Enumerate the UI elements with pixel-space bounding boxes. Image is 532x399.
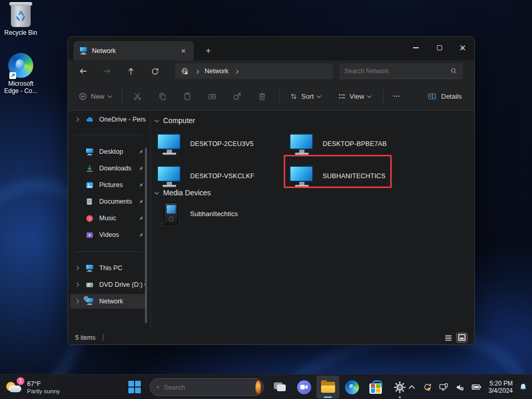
sidebar-item-videos[interactable]: Videos [70,228,146,242]
desktop-icon-recycle-bin[interactable]: Recycle Bin [1,4,41,36]
chat-icon [297,380,311,394]
maximize-button[interactable] [428,37,451,59]
tab-network[interactable]: Network × [73,41,194,60]
clock-date: 3/4/2024 [488,387,513,394]
group-header-media-devices[interactable]: Media Devices [155,189,211,197]
new-tab-button[interactable]: + [202,45,215,57]
share-icon [232,91,242,101]
details-button[interactable]: Details [423,87,466,105]
sidebar-item-documents[interactable]: Documents [70,194,146,209]
desktop-icon-microsoft-edge[interactable]: Microsoft Edge - Co... [1,53,41,95]
system-tray: 5:20 PM 3/4/2024 [406,375,529,399]
new-button[interactable]: New [72,87,117,105]
sidebar-item-pictures[interactable]: Pictures [70,178,146,192]
breadcrumb[interactable]: Network [175,63,333,79]
weather-condition: Partly sunny [27,388,60,394]
taskbar-search-input[interactable] [164,383,255,391]
notifications-bell-icon[interactable] [517,380,529,394]
sort-button[interactable]: Sort [284,87,325,105]
task-view-button[interactable] [269,376,291,398]
pin-icon [136,182,146,189]
store-icon [369,383,382,394]
explorer-search-input[interactable] [344,68,450,75]
computer-icon [289,134,314,155]
sidebar-item-network[interactable]: Network [70,294,146,309]
file-explorer-window: Network × + ✕ [68,36,475,345]
details-button-label: Details [441,92,462,100]
rename-button[interactable] [202,87,222,105]
breadcrumb-item-network[interactable]: Network [205,68,229,75]
cut-button[interactable] [127,87,147,105]
onedrive-cloud-icon [84,115,95,125]
downloads-icon [84,164,95,173]
tab-close-icon[interactable]: × [177,45,190,57]
sidebar-item-music[interactable]: ♪ Music [70,211,146,225]
dvd-drive-icon [84,281,95,289]
file-explorer-button[interactable] [316,376,339,398]
desktop-icon-label: Recycle Bin [1,29,41,36]
taskbar: 1 67°F Partly sunny [0,374,532,399]
sidebar-item-desktop[interactable]: Desktop [70,144,146,159]
store-button[interactable] [364,376,387,398]
network-globe-icon [180,67,189,76]
ellipsis-icon [392,91,401,101]
refresh-button[interactable] [147,63,163,79]
new-button-label: New [91,92,104,100]
sidebar-item-dvd-drive[interactable]: DVD Drive (D:) C [70,277,146,292]
weather-widget[interactable]: 1 67°F Partly sunny [5,375,60,399]
details-view-toggle[interactable] [443,333,454,342]
group-header-computer[interactable]: Computer [155,116,195,125]
details-pane-icon [427,91,437,101]
pin-icon [136,149,146,155]
network-computer-item[interactable]: DESKTOP-2CEU3V5 [157,129,283,159]
desktop-folder-icon [84,148,95,156]
update-pending-icon[interactable] [422,380,433,394]
search-icon [156,383,159,391]
up-button[interactable] [123,63,139,79]
network-computer-item[interactable]: DESKTOP-VSKCLKF [157,161,283,191]
taskbar-clock[interactable]: 5:20 PM 3/4/2024 [488,380,513,394]
sidebar-item-this-pc[interactable]: This PC [70,261,146,275]
taskbar-search[interactable] [150,378,264,396]
cast-display-icon[interactable] [438,380,449,394]
start-button[interactable] [124,376,145,398]
view-button[interactable]: View [332,87,376,105]
copy-button[interactable] [152,87,172,105]
view-icon [338,92,347,101]
media-device-item[interactable]: SubhanItechtics [157,201,283,228]
minimize-button[interactable] [404,37,428,59]
plus-circle-icon [78,92,87,101]
widget-badge: 1 [17,377,24,385]
battery-icon[interactable] [470,380,482,394]
sidebar-item-downloads[interactable]: Downloads [70,161,146,176]
delete-button[interactable] [252,87,272,105]
tray-overflow-chevron[interactable] [406,380,417,394]
sidebar-item-onedrive[interactable]: OneDrive - Pers [70,112,146,127]
pin-icon [136,215,146,222]
folder-view: Computer DESKTOP-2CEU3V5 DESKTOP-BPBE7AB… [151,111,474,330]
more-options-button[interactable] [387,87,406,105]
explorer-search-box[interactable] [339,63,463,79]
share-button[interactable] [227,87,247,105]
task-view-icon [269,376,291,398]
volume-muted-icon[interactable] [454,380,466,394]
scissors-icon [132,91,142,101]
red-highlight-annotation [284,155,392,188]
large-icons-view-toggle[interactable] [457,333,467,342]
forward-button[interactable] [99,63,115,79]
paste-button[interactable] [177,87,197,105]
back-button[interactable] [75,63,91,79]
sort-icon [289,92,298,101]
clipboard-icon [182,91,192,101]
pin-icon [136,198,146,205]
edge-button[interactable] [340,376,363,398]
desktop-screen: Recycle Bin Microsoft Edge - Co... Netwo… [0,0,532,399]
pin-icon [136,165,146,172]
chat-button[interactable] [292,376,315,398]
pictures-icon [84,181,95,190]
collapse-chevron-icon [154,118,158,122]
sidebar-scrollbar[interactable] [145,148,147,323]
computer-icon [157,166,182,187]
close-button[interactable]: ✕ [451,37,474,59]
tab-strip: Network × + ✕ [68,37,474,60]
